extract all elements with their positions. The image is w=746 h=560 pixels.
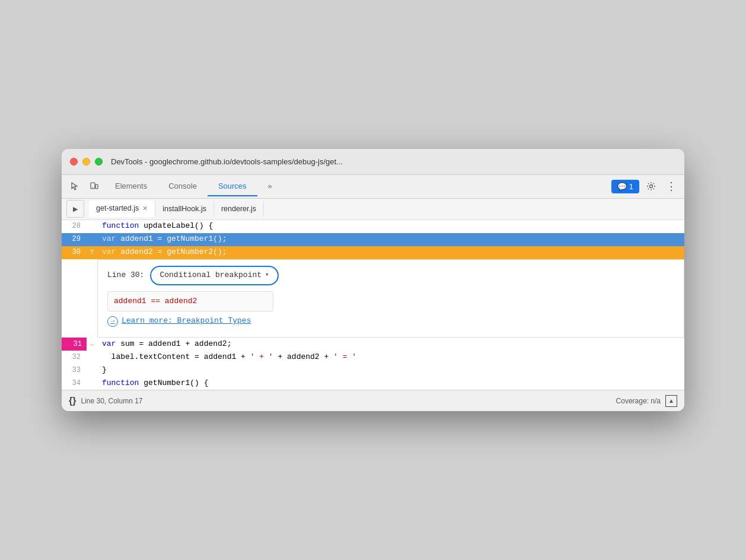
line-content-30: var addend2 = getNumber2(); bbox=[97, 246, 684, 259]
coverage-icon[interactable]: ▲ bbox=[665, 395, 677, 407]
tab-elements[interactable]: Elements bbox=[104, 177, 158, 196]
code-line-29: 29 var addend1 = getNumber1(); bbox=[62, 233, 684, 246]
line-breakpoint-30: ? bbox=[87, 246, 97, 259]
traffic-lights bbox=[70, 158, 103, 166]
notification-count: 1 bbox=[629, 182, 633, 191]
line-bp-34 bbox=[87, 377, 97, 390]
breakpoint-dialog: Line 30: Conditional breakpoint ▾ addend… bbox=[97, 259, 684, 338]
line-bp-32 bbox=[87, 351, 97, 364]
minimize-button[interactable] bbox=[82, 158, 90, 166]
maximize-button[interactable] bbox=[95, 158, 103, 166]
svg-point-2 bbox=[93, 187, 93, 188]
statusbar: {} Line 30, Column 17 Coverage: n/a ▲ bbox=[62, 390, 684, 411]
file-tab-get-started[interactable]: get-started.js ✕ bbox=[89, 201, 155, 217]
bp-dropdown-label: Conditional breakpoint bbox=[160, 269, 262, 282]
line-content-32: label.textContent = addend1 + ' + ' + ad… bbox=[97, 351, 684, 364]
notification-button[interactable]: 💬 1 bbox=[611, 180, 639, 193]
bp-type-row: Line 30: Conditional breakpoint ▾ bbox=[107, 266, 674, 285]
more-options-icon[interactable]: ⋮ bbox=[663, 178, 680, 195]
tab-bar: Elements Console Sources » bbox=[104, 177, 609, 196]
code-line-30: 30 ? var addend2 = getNumber2(); Breakpo… bbox=[62, 246, 684, 259]
chat-icon: 💬 bbox=[617, 182, 627, 191]
file-tab-installhook[interactable]: installHook.js bbox=[155, 201, 214, 217]
svg-point-3 bbox=[650, 185, 653, 188]
line-bp-31: … bbox=[87, 338, 97, 351]
code-line-34: 34 function getNumber1() { bbox=[62, 377, 684, 390]
settings-icon[interactable] bbox=[643, 178, 659, 195]
code-editor: 28 function updateLabel() { 29 var adden… bbox=[62, 220, 684, 390]
inspect-icon[interactable] bbox=[66, 178, 83, 195]
line-content-29: var addend1 = getNumber1(); bbox=[97, 233, 684, 246]
bp-type-dropdown[interactable]: Conditional breakpoint ▾ bbox=[150, 266, 278, 285]
line-content-34: function getNumber1() { bbox=[97, 377, 684, 390]
bp-link-text: Learn more: Breakpoint Types bbox=[122, 315, 251, 327]
toolbar-right: 💬 1 ⋮ bbox=[611, 178, 680, 195]
line-number-32: 32 bbox=[62, 351, 87, 364]
statusbar-left: {} Line 30, Column 17 bbox=[69, 396, 143, 406]
line-content-33: } bbox=[97, 364, 684, 377]
line-number-34: 34 bbox=[62, 377, 87, 390]
line-number-33: 33 bbox=[62, 364, 87, 377]
file-tabs: ▶ get-started.js ✕ installHook.js render… bbox=[62, 199, 684, 220]
line-content-31: var sum = addend1 + addend2; bbox=[97, 338, 684, 351]
line-breakpoint-29 bbox=[87, 233, 97, 246]
close-tab-icon[interactable]: ✕ bbox=[142, 205, 148, 212]
titlebar: DevTools - googlechrome.github.io/devtoo… bbox=[62, 149, 684, 175]
line-number-29: 29 bbox=[62, 233, 87, 246]
file-tab-renderer[interactable]: renderer.js bbox=[214, 201, 264, 217]
file-tab-label: renderer.js bbox=[221, 205, 256, 213]
line-number-28: 28 bbox=[62, 220, 87, 233]
info-circle-icon: → bbox=[107, 316, 118, 327]
line-content-28: function updateLabel() { bbox=[97, 220, 684, 233]
svg-rect-1 bbox=[95, 184, 98, 189]
devtools-window: DevTools - googlechrome.github.io/devtoo… bbox=[62, 149, 684, 411]
tab-console[interactable]: Console bbox=[158, 177, 208, 196]
statusbar-right: Coverage: n/a ▲ bbox=[616, 395, 677, 407]
line-number-30: 30 bbox=[62, 246, 87, 259]
code-line-33: 33 } bbox=[62, 364, 684, 377]
close-button[interactable] bbox=[70, 158, 78, 166]
file-tab-label: get-started.js bbox=[96, 204, 139, 212]
format-icon[interactable]: {} bbox=[69, 396, 76, 406]
code-line-31: 31 … var sum = addend1 + addend2; bbox=[62, 338, 684, 351]
cursor-position: Line 30, Column 17 bbox=[81, 397, 142, 405]
code-line-28: 28 function updateLabel() { bbox=[62, 220, 684, 233]
code-line-32: 32 label.textContent = addend1 + ' + ' +… bbox=[62, 351, 684, 364]
bp-condition-input[interactable]: addend1 == addend2 bbox=[107, 291, 273, 312]
dropdown-arrow-icon: ▾ bbox=[265, 270, 269, 281]
bp-line-label: Line 30: bbox=[107, 269, 144, 282]
line-breakpoint-28 bbox=[87, 220, 97, 233]
bp-condition-row: addend1 == addend2 bbox=[107, 291, 674, 312]
tab-more[interactable]: » bbox=[257, 177, 283, 196]
file-tab-label: installHook.js bbox=[162, 205, 206, 213]
window-title: DevTools - googlechrome.github.io/devtoo… bbox=[111, 157, 343, 166]
device-icon[interactable] bbox=[85, 178, 102, 195]
line-number-31: 31 bbox=[62, 338, 87, 351]
line-bp-33 bbox=[87, 364, 97, 377]
tab-sources[interactable]: Sources bbox=[208, 177, 257, 196]
expand-panel-icon[interactable]: ▶ bbox=[66, 200, 84, 218]
coverage-label: Coverage: n/a bbox=[616, 397, 661, 405]
bp-learn-more-link[interactable]: → Learn more: Breakpoint Types bbox=[107, 315, 674, 327]
main-toolbar: Elements Console Sources » 💬 1 ⋮ bbox=[62, 175, 684, 199]
